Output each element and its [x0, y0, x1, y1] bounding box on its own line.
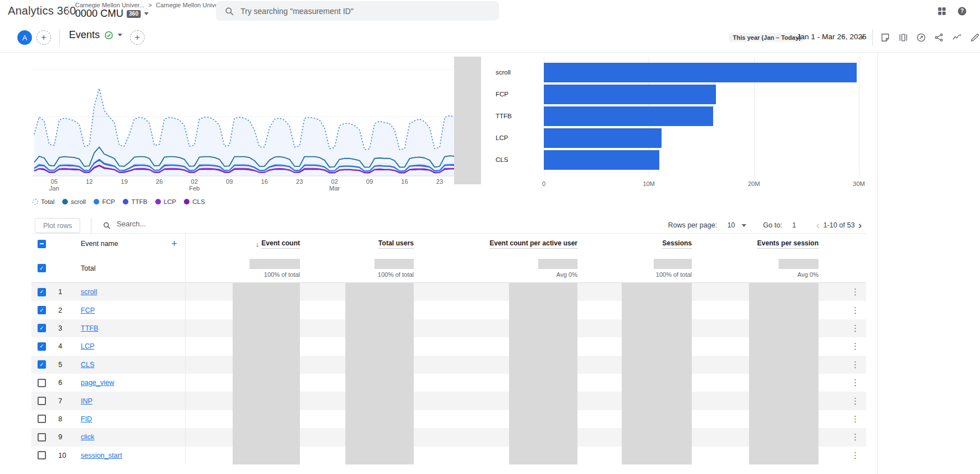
redacted-value — [654, 259, 692, 269]
redacted-value — [622, 392, 692, 410]
row-checkbox[interactable] — [38, 379, 46, 387]
rows-per-page-select[interactable]: 10 — [727, 221, 746, 229]
row-menu-icon[interactable]: ⋮ — [851, 341, 866, 351]
event-name-link[interactable]: CLS — [81, 361, 94, 369]
property-name[interactable]: 0000 CMU — [75, 8, 123, 20]
event-name-link[interactable]: TTFB — [81, 324, 98, 332]
row-menu-icon[interactable]: ⋮ — [851, 450, 866, 460]
redacted-value — [749, 356, 819, 374]
event-name-link[interactable]: LCP — [81, 342, 94, 350]
row-menu-icon[interactable]: ⋮ — [851, 432, 866, 442]
event-name-link[interactable]: INP — [81, 397, 93, 405]
applied-check-icon — [104, 30, 114, 40]
column-header-events-per-session[interactable]: Events per session — [692, 234, 819, 254]
bar-scroll[interactable] — [544, 63, 857, 82]
redacted-value — [345, 374, 414, 392]
line-chart-legend: TotalscrollFCPTTFBLCPCLS — [33, 198, 205, 205]
event-name-link[interactable]: page_view — [81, 379, 114, 387]
column-header-event-count-per-active-user[interactable]: Event count per active user — [414, 234, 577, 254]
event-name-link[interactable]: click — [81, 433, 94, 441]
bar-FCP[interactable] — [544, 85, 716, 104]
table-header-row: Event name + ↓Event countTotal usersEven… — [31, 233, 866, 254]
note-icon[interactable] — [880, 32, 891, 43]
insights-sparkline-icon[interactable] — [951, 32, 963, 43]
tab-caret-icon[interactable] — [118, 34, 122, 36]
row-menu-icon[interactable]: ⋮ — [851, 305, 866, 315]
legend-item-FCP[interactable]: FCP — [94, 198, 115, 205]
property-caret-icon[interactable] — [144, 12, 149, 15]
row-menu-icon[interactable]: ⋮ — [851, 360, 866, 369]
global-search-input[interactable] — [241, 7, 491, 16]
column-header-event-count[interactable]: ↓Event count — [186, 234, 300, 254]
bar-label-LCP: LCP — [496, 128, 538, 148]
x-axis-tick: 16 — [395, 178, 415, 185]
bar-label-TTFB: TTFB — [496, 106, 538, 126]
avatar[interactable]: A — [17, 30, 32, 45]
column-header-total-users[interactable]: Total users — [300, 234, 414, 254]
metric-cell — [692, 319, 819, 337]
edit-icon[interactable] — [969, 32, 980, 43]
goto-input[interactable]: 1 — [792, 221, 796, 229]
date-caret-icon[interactable] — [860, 36, 865, 39]
gauge-icon[interactable] — [916, 32, 927, 43]
bar-CLS[interactable] — [544, 150, 659, 170]
legend-item-CLS[interactable]: CLS — [184, 198, 205, 205]
add-dimension-icon[interactable]: + — [171, 238, 177, 250]
property-selector[interactable]: 0000 CMU 360 — [75, 8, 149, 20]
redacted-value — [345, 392, 414, 410]
redacted-value — [509, 392, 577, 410]
row-menu-icon[interactable]: ⋮ — [851, 378, 866, 387]
row-checkbox[interactable] — [38, 324, 46, 332]
rows-per-page-caret-icon[interactable] — [742, 224, 746, 227]
bar-TTFB[interactable] — [544, 106, 713, 126]
event-name-link[interactable]: FID — [81, 415, 92, 423]
row-checkbox[interactable] — [38, 288, 46, 296]
prev-page-icon[interactable]: ‹ — [813, 220, 823, 230]
plot-rows-button[interactable]: Plot rows — [35, 218, 80, 233]
row-checkbox[interactable] — [38, 360, 46, 369]
row-menu-icon[interactable]: ⋮ — [851, 287, 866, 296]
table-row-FID: 8FID⋮ — [31, 410, 866, 428]
total-row-checkbox[interactable] — [38, 264, 46, 272]
add-report-tab-button[interactable]: + — [130, 30, 145, 45]
legend-item-TTFB[interactable]: TTFB — [123, 198, 147, 205]
apps-grid-icon[interactable] — [936, 6, 947, 17]
row-checkbox[interactable] — [38, 451, 46, 459]
event-name-link[interactable]: session_start — [81, 452, 122, 459]
row-menu-icon[interactable]: ⋮ — [851, 396, 866, 406]
row-checkbox[interactable] — [38, 397, 46, 405]
add-snapshot-button[interactable]: + — [36, 30, 51, 45]
legend-item-Total[interactable]: Total — [33, 198, 54, 205]
next-page-icon[interactable]: › — [855, 220, 865, 230]
legend-item-LCP[interactable]: LCP — [155, 198, 176, 205]
column-header-event-name[interactable]: Event name + — [76, 234, 186, 254]
row-menu-icon[interactable]: ⋮ — [851, 414, 866, 424]
column-header-sessions[interactable]: Sessions — [577, 234, 692, 254]
report-tab-title[interactable]: Events — [69, 29, 100, 41]
row-checkbox[interactable] — [38, 433, 46, 442]
rows-per-page-value[interactable]: 10 — [727, 221, 735, 229]
bar-LCP[interactable] — [544, 128, 662, 148]
select-all-checkbox[interactable] — [38, 240, 46, 248]
redacted-value — [779, 259, 819, 269]
global-search[interactable] — [216, 1, 499, 21]
redacted-value — [538, 259, 577, 269]
table-body: 1scroll⋮2FCP⋮3TTFB⋮4LCP⋮5CLS⋮6page_view⋮… — [31, 283, 866, 464]
row-checkbox[interactable] — [38, 306, 46, 314]
comparisons-icon[interactable] — [898, 32, 909, 43]
metric-cell — [692, 447, 819, 464]
help-icon[interactable]: ? — [956, 6, 968, 17]
bar-chart-gridline — [859, 57, 859, 176]
breadcrumb-property[interactable]: Carnegie Mellon Univer... — [156, 2, 225, 8]
row-checkbox[interactable] — [38, 342, 46, 351]
event-name-link[interactable]: scroll — [81, 288, 97, 296]
date-range-selector[interactable]: Jan 1 - Mar 26, 2025 — [797, 32, 867, 41]
row-checkbox[interactable] — [38, 415, 46, 423]
legend-item-scroll[interactable]: scroll — [62, 198, 86, 205]
table-search-input[interactable] — [117, 220, 296, 228]
row-menu-icon[interactable]: ⋮ — [851, 323, 866, 333]
metric-cell — [414, 319, 577, 337]
share-icon[interactable] — [933, 32, 945, 43]
event-name-link[interactable]: FCP — [81, 306, 95, 314]
report-tab[interactable]: Events — [69, 29, 122, 41]
